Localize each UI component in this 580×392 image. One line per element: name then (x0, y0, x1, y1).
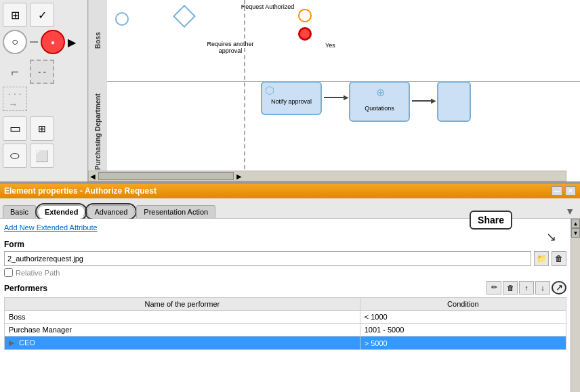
boss-lane-label: Boss (88, 0, 107, 81)
rect-btn[interactable]: ▭ (3, 116, 27, 141)
tab-basic[interactable]: Basic (3, 205, 36, 218)
end-event-2[interactable] (298, 27, 312, 41)
properties-panel: Element properties - Authorize Request —… (0, 183, 580, 392)
table-row[interactable]: Boss< 1000 (5, 311, 566, 324)
arrow-head-1: ▶ (344, 93, 349, 101)
delete-form-btn[interactable]: 🗑 (552, 251, 566, 266)
tab-advanced[interactable]: Advanced (87, 205, 135, 218)
form-section-label: Form (4, 240, 566, 249)
form-file-input[interactable] (4, 251, 531, 266)
performers-toolbar: ✏ 🗑 ↑ ↓ ↗ (486, 281, 566, 295)
form-row: 📁 🗑 (4, 251, 566, 266)
toolbar-btn-2[interactable]: ✓ (30, 3, 54, 27)
performer-condition: 1001 - 5000 (360, 324, 566, 336)
toolbar-btn-1[interactable]: ⊞ (3, 3, 27, 27)
gateway-1[interactable] (173, 5, 196, 28)
relative-path-label: Relative Path (16, 269, 60, 277)
relative-path-checkbox[interactable] (4, 268, 13, 277)
relative-path-row: Relative Path (4, 268, 566, 277)
scroll-thumb[interactable] (98, 172, 234, 180)
lane-dash-divider (244, 0, 245, 183)
quotations-task[interactable]: ⊕ Quotations (349, 81, 410, 122)
purchasing-lane-label: Purchasing Department (88, 81, 107, 183)
corner-icon: ⌐ (3, 60, 27, 84)
scroll-right-btn[interactable]: ▶ (235, 173, 243, 180)
scroll-down-btn[interactable]: ▼ (571, 228, 580, 238)
performer-condition: < 1000 (360, 311, 566, 324)
performer-condition: > 5000 (360, 336, 566, 350)
expand-btn[interactable]: ▶ (9, 339, 16, 347)
up-performer-btn[interactable]: ↑ (519, 281, 534, 295)
edit-performer-btn[interactable]: ✏ (486, 281, 501, 295)
diagram-area: ⊞ ✓ ○ ● ▶ ⌐ - - · · ·→ ▭ ⊞ ⬭ ⬜ Boss Purc… (0, 0, 580, 183)
table-btn[interactable]: ⊞ (30, 116, 54, 141)
arrow-head-2: ▶ (431, 97, 436, 104)
arrow-1 (324, 97, 344, 98)
performer-name: Purchase Manager (5, 324, 360, 336)
add-attr-link[interactable]: Add New Extended Attribute (4, 223, 98, 232)
titlebar-controls: — ✕ (552, 186, 576, 196)
down-performer-btn[interactable]: ↓ (535, 281, 550, 295)
notify-approval-task[interactable]: ⬡ Notify approval (261, 81, 322, 115)
panel-tabs: Basic Extended Advanced Presentation Act… (0, 198, 580, 219)
scroll-up-btn[interactable]: ▲ (571, 219, 580, 228)
diagram-canvas: Boss Purchasing Department Request Autho… (88, 0, 580, 183)
request-authorized-label: Request Authorized (241, 3, 295, 10)
panel-scrollbar[interactable]: ▲ ▼ (571, 219, 580, 392)
h-scrollbar[interactable]: ◀ ▶ (88, 171, 566, 181)
start-event[interactable] (115, 12, 129, 26)
performers-table: Name of the performer Condition Boss< 10… (4, 297, 566, 350)
delete-performer-btn[interactable]: 🗑 (503, 281, 518, 295)
end-event-1[interactable] (298, 9, 312, 22)
table-row[interactable]: ▶ CEO> 5000 (5, 336, 566, 350)
performer-name: Boss (5, 311, 360, 324)
performers-section-label: Performers (4, 284, 47, 293)
performer-name: ▶ CEO (5, 336, 360, 350)
yes-label: Yes (325, 42, 335, 49)
shape2-btn[interactable]: ⬜ (30, 144, 54, 168)
left-toolbar: ⊞ ✓ ○ ● ▶ ⌐ - - · · ·→ ▭ ⊞ ⬭ ⬜ (0, 0, 88, 183)
performers-header: Performers ✏ 🗑 ↑ ↓ ↗ (4, 280, 566, 295)
minimize-btn[interactable]: — (552, 186, 562, 196)
toolbar-circle-btn[interactable]: ○ (3, 30, 27, 54)
arrow-2 (412, 100, 432, 102)
dot-arrow-icon: · · ·→ (3, 87, 27, 111)
panel-titlebar: Element properties - Authorize Request —… (0, 183, 580, 198)
scroll-left-btn[interactable]: ◀ (89, 173, 97, 180)
toolbar-red-circle-btn[interactable]: ● (41, 30, 65, 54)
close-btn[interactable]: ✕ (565, 186, 576, 196)
panel-title: Element properties - Authorize Request (4, 186, 157, 196)
partial-task[interactable] (437, 81, 471, 122)
share-performer-btn[interactable]: ↗ (552, 281, 566, 295)
tab-extended[interactable]: Extended (37, 205, 86, 219)
requires-approval-label: Requires another approval (203, 41, 257, 54)
tab-presentation[interactable]: Presentation Action (136, 205, 215, 218)
panel-dropdown-btn[interactable]: ▼ (562, 204, 577, 218)
col-name-header: Name of the performer (5, 298, 360, 311)
panel-content: Add New Extended Attribute Form 📁 🗑 Rela… (0, 219, 580, 392)
col-condition-header: Condition (360, 298, 566, 311)
shape-btn[interactable]: ⬭ (3, 144, 27, 168)
lane-divider (107, 81, 580, 82)
toolbar-expand-btn[interactable]: ▶ (68, 36, 76, 49)
dashed-box[interactable]: - - (30, 60, 54, 84)
table-row[interactable]: Purchase Manager1001 - 5000 (5, 324, 566, 336)
browse-btn[interactable]: 📁 (534, 251, 549, 266)
